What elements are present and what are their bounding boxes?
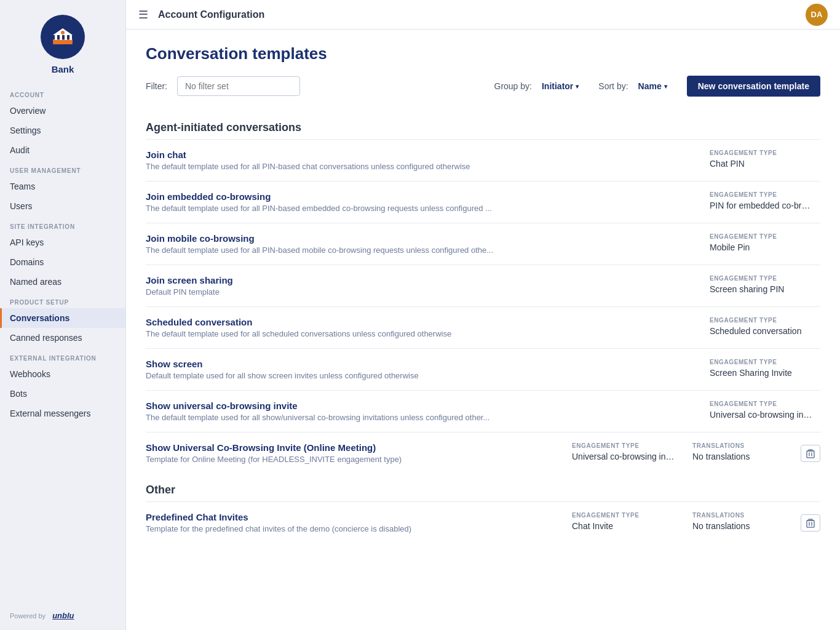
template-info: Join embedded co-browsingThe default tem… — [146, 191, 700, 213]
svg-rect-9 — [807, 451, 814, 458]
template-name-join-chat[interactable]: Join chat — [146, 150, 700, 160]
template-engagement-type: ENGAGEMENT TYPEChat PIN — [710, 150, 820, 169]
svg-rect-7 — [53, 42, 73, 44]
sidebar-item-canned-responses[interactable]: Canned responses — [0, 328, 125, 348]
groupby-value[interactable]: Initiator ▾ — [542, 81, 579, 91]
template-name-join-mobile-cobrowsing[interactable]: Join mobile co-browsing — [146, 233, 700, 244]
main-content: ☰ Account Configuration DA Conversation … — [126, 0, 840, 630]
sidebar-section-external-integration: EXTERNAL INTEGRATION — [0, 348, 125, 364]
sidebar-item-settings[interactable]: Settings — [0, 121, 125, 140]
engagement-type-label: ENGAGEMENT TYPE — [710, 150, 820, 156]
sortby-value[interactable]: Name ▾ — [638, 81, 667, 91]
filter-input[interactable] — [177, 76, 300, 96]
engagement-type-label: ENGAGEMENT TYPE — [710, 401, 820, 407]
sidebar-section-site-integration: SITE INTEGRATION — [0, 216, 125, 233]
hamburger-icon[interactable]: ☰ — [138, 8, 148, 22]
sidebar-footer: Powered by unblu — [0, 601, 125, 630]
engagement-type-value: Universal co-browsing in… — [710, 410, 820, 420]
sortby-chevron-icon: ▾ — [664, 83, 667, 90]
template-name-predefined-chat-invites[interactable]: Predefined Chat Invites — [146, 512, 562, 522]
translations-label: TRANSLATIONS — [692, 442, 791, 449]
template-row: Join mobile co-browsingThe default templ… — [146, 223, 820, 265]
template-engagement-type: ENGAGEMENT TYPEMobile Pin — [710, 233, 820, 252]
template-info: Join screen sharingDefault PIN template — [146, 275, 700, 297]
template-row: Join embedded co-browsingThe default tem… — [146, 181, 820, 223]
svg-point-8 — [61, 31, 65, 34]
template-translations: TRANSLATIONSNo translations — [692, 442, 791, 461]
sidebar-sections: ACCOUNTOverviewSettingsAuditUSER MANAGEM… — [0, 84, 125, 423]
new-template-button[interactable]: New conversation template — [687, 76, 820, 97]
engagement-type-label: ENGAGEMENT TYPE — [710, 233, 820, 240]
engagement-type-value: Screen sharing PIN — [710, 284, 820, 294]
sidebar-item-domains[interactable]: Domains — [0, 252, 125, 272]
template-name-show-universal-cobrowsing-invite[interactable]: Show universal co-browsing invite — [146, 401, 700, 411]
delete-button-show-universal-cobrowsing-invite-online-meeting[interactable] — [801, 445, 820, 462]
engagement-type-label: ENGAGEMENT TYPE — [710, 359, 820, 365]
template-row: Show universal co-browsing inviteThe def… — [146, 390, 820, 432]
template-engagement-type: ENGAGEMENT TYPEScheduled conversation — [710, 317, 820, 336]
template-name-join-embedded-cobrowsing[interactable]: Join embedded co-browsing — [146, 191, 700, 202]
user-avatar[interactable]: DA — [806, 4, 828, 26]
page-title-heading: Conversation templates — [146, 44, 820, 63]
template-actions — [801, 512, 820, 532]
sidebar-item-conversations[interactable]: Conversations — [0, 308, 125, 328]
filter-label: Filter: — [146, 81, 167, 91]
template-info: Join mobile co-browsingThe default templ… — [146, 233, 700, 255]
template-info: Show screenDefault template used for all… — [146, 359, 700, 380]
sortby-label: Sort by: — [598, 81, 628, 91]
template-info: Scheduled conversationThe default templa… — [146, 317, 700, 338]
translations-label: TRANSLATIONS — [692, 512, 791, 519]
groupby-label: Group by: — [494, 81, 532, 91]
sidebar-item-users[interactable]: Users — [0, 196, 125, 216]
groupby-chevron-icon: ▾ — [576, 83, 579, 90]
sidebar-item-api-keys[interactable]: API keys — [0, 233, 125, 252]
section-other: OtherPredefined Chat InvitesTemplate for… — [146, 474, 820, 543]
template-desc-join-mobile-cobrowsing: The default template used for all PIN-ba… — [146, 245, 700, 255]
sidebar-logo-area: Bank — [0, 0, 125, 84]
translations-value: No translations — [692, 452, 791, 461]
template-desc-join-chat: The default template used for all PIN-ba… — [146, 162, 700, 171]
templates-container: Agent-initiated conversationsJoin chatTh… — [146, 111, 820, 543]
engagement-type-value: Chat PIN — [710, 159, 820, 169]
sidebar-item-external-messengers[interactable]: External messengers — [0, 404, 125, 423]
translations-value: No translations — [692, 521, 791, 531]
sidebar-item-audit[interactable]: Audit — [0, 140, 125, 160]
template-engagement-type: ENGAGEMENT TYPEUniversal co-browsing in… — [710, 401, 820, 420]
engagement-type-value: Scheduled conversation — [710, 326, 820, 336]
engagement-type-label: ENGAGEMENT TYPE — [710, 191, 820, 198]
template-name-show-screen[interactable]: Show screen — [146, 359, 700, 369]
sidebar-item-webhooks[interactable]: Webhooks — [0, 364, 125, 384]
template-name-join-screen-sharing[interactable]: Join screen sharing — [146, 275, 700, 285]
engagement-type-value: Universal co-browsing in… — [572, 452, 683, 461]
template-engagement-type: ENGAGEMENT TYPEScreen sharing PIN — [710, 275, 820, 294]
template-row: Show screenDefault template used for all… — [146, 348, 820, 390]
engagement-type-label: ENGAGEMENT TYPE — [710, 275, 820, 282]
template-actions — [801, 442, 820, 462]
template-row: Scheduled conversationThe default templa… — [146, 306, 820, 348]
sidebar-item-named-areas[interactable]: Named areas — [0, 272, 125, 292]
section-title-other: Other — [146, 474, 820, 501]
delete-button-predefined-chat-invites[interactable] — [801, 514, 820, 532]
sidebar-item-overview[interactable]: Overview — [0, 101, 125, 121]
engagement-type-value: Mobile Pin — [710, 242, 820, 252]
sidebar-item-teams[interactable]: Teams — [0, 177, 125, 196]
svg-rect-4 — [65, 34, 67, 40]
template-desc-join-screen-sharing: Default PIN template — [146, 287, 700, 297]
template-desc-show-universal-cobrowsing-invite-online-meeting: Template for Online Meeting (for HEADLES… — [146, 455, 562, 464]
content-area: Conversation templates Filter: Group by:… — [126, 30, 840, 630]
template-info: Show Universal Co-Browsing Invite (Onlin… — [146, 442, 562, 464]
svg-rect-3 — [60, 34, 62, 40]
engagement-type-label: ENGAGEMENT TYPE — [572, 442, 683, 449]
topbar: ☰ Account Configuration DA — [126, 0, 840, 30]
bank-name: Bank — [52, 64, 74, 74]
template-name-show-universal-cobrowsing-invite-online-meeting[interactable]: Show Universal Co-Browsing Invite (Onlin… — [146, 442, 562, 453]
template-engagement-type: ENGAGEMENT TYPEUniversal co-browsing in… — [572, 442, 683, 461]
sidebar-item-bots[interactable]: Bots — [0, 384, 125, 404]
filter-bar: Filter: Group by: Initiator ▾ Sort by: N… — [146, 76, 820, 97]
engagement-type-label: ENGAGEMENT TYPE — [572, 512, 683, 519]
template-name-scheduled-conversation[interactable]: Scheduled conversation — [146, 317, 700, 327]
engagement-type-label: ENGAGEMENT TYPE — [710, 317, 820, 324]
template-row: Predefined Chat InvitesTemplate for the … — [146, 501, 820, 543]
template-desc-show-screen: Default template used for all show scree… — [146, 371, 700, 380]
svg-rect-5 — [69, 34, 72, 40]
